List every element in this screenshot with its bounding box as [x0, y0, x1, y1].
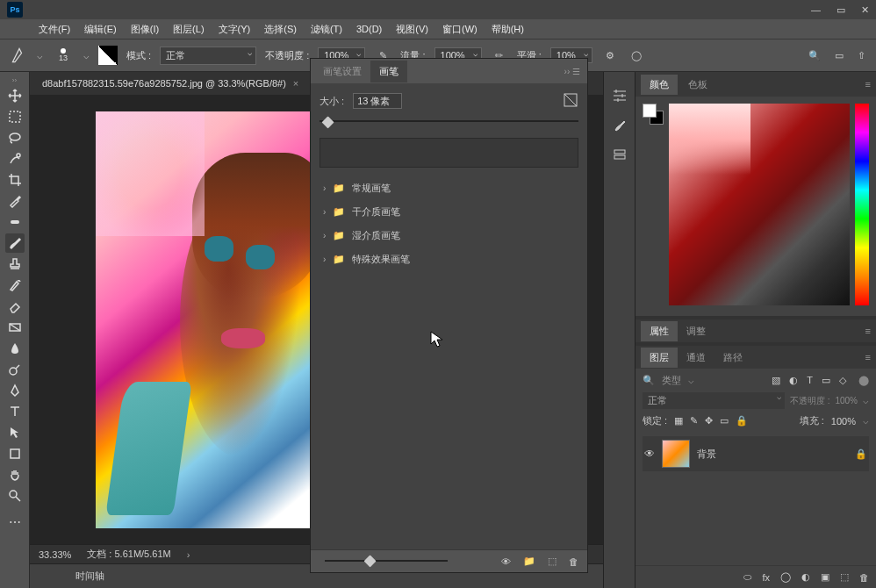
tab-channels[interactable]: 通道 [678, 348, 714, 368]
tab-brush-settings[interactable]: 画笔设置 [314, 61, 370, 82]
fg-bg-swatches[interactable] [643, 104, 664, 125]
filter-smart-icon[interactable]: ◇ [839, 375, 846, 386]
fx-icon[interactable]: fx [762, 572, 770, 583]
history-icon[interactable] [611, 147, 628, 163]
menu-image[interactable]: 图像(I) [126, 21, 164, 38]
menu-edit[interactable]: 编辑(E) [79, 21, 122, 38]
brush-size-input[interactable] [353, 93, 402, 109]
group-icon[interactable]: ▣ [821, 571, 829, 583]
edit-toolbar[interactable]: ⋯ [5, 513, 25, 532]
panel-collapse[interactable]: ›› ☰ [564, 67, 580, 76]
timeline-label[interactable]: 时间轴 [75, 570, 104, 583]
menu-view[interactable]: 视图(V) [391, 21, 434, 38]
brush-preview-slider[interactable] [325, 556, 448, 568]
menu-help[interactable]: 帮助(H) [486, 21, 529, 38]
tab-layers[interactable]: 图层 [641, 348, 678, 368]
fg-color-swatch[interactable] [643, 104, 657, 118]
filter-shape-icon[interactable]: ▭ [822, 375, 830, 386]
doc-info[interactable]: 文档 : 5.61M/5.61M [87, 548, 170, 561]
lock-all-icon[interactable]: 🔒 [736, 415, 748, 427]
workspace-icon[interactable]: ▭ [835, 50, 844, 61]
artwork-canvas[interactable] [96, 111, 337, 528]
hue-slider[interactable] [855, 104, 869, 305]
menu-window[interactable]: 窗口(W) [437, 21, 483, 38]
brush-size-slider[interactable] [320, 117, 578, 129]
crop-tool[interactable] [5, 170, 25, 190]
current-tool-icon[interactable] [11, 47, 28, 64]
fill-value[interactable]: 100% [831, 416, 856, 427]
close-button[interactable]: ✕ [861, 4, 869, 16]
zoom-level[interactable]: 33.33% [39, 549, 71, 560]
tab-paths[interactable]: 路径 [714, 348, 751, 368]
brush-settings-icon[interactable] [611, 88, 628, 104]
brush-tool[interactable] [5, 233, 25, 253]
menu-select[interactable]: 选择(S) [259, 21, 302, 38]
tab-properties[interactable]: 属性 [641, 321, 678, 341]
filter-type-icon[interactable]: T [807, 375, 813, 386]
tab-color[interactable]: 颜色 [641, 75, 678, 95]
link-layers-icon[interactable]: ⬭ [743, 571, 751, 583]
new-layer-icon[interactable]: ⬚ [840, 571, 849, 583]
brush-flip-icon[interactable] [563, 92, 578, 110]
minimize-button[interactable]: — [811, 4, 821, 16]
move-tool[interactable] [5, 86, 25, 105]
document-close[interactable]: × [293, 78, 298, 89]
dodge-tool[interactable] [5, 360, 25, 379]
filter-search-icon[interactable]: 🔍 [643, 375, 655, 386]
hand-tool[interactable] [5, 465, 25, 484]
tab-brushes[interactable]: 画笔 [370, 61, 407, 82]
stamp-tool[interactable] [5, 255, 25, 274]
status-expand[interactable]: › [187, 549, 190, 560]
smooth-options-icon[interactable]: ⚙ [601, 47, 619, 64]
lock-transparency-icon[interactable]: ▦ [674, 415, 683, 427]
tool-preset-dropdown[interactable]: ⌵ [37, 50, 43, 61]
layer-opacity-value[interactable]: 100% [835, 396, 858, 405]
blur-tool[interactable] [5, 339, 25, 358]
menu-filter[interactable]: 滤镜(T) [305, 21, 348, 38]
eyedropper-tool[interactable] [5, 191, 25, 211]
path-select-tool[interactable] [5, 423, 25, 442]
zoom-tool[interactable] [5, 486, 25, 506]
brush-delete-icon[interactable]: 🗑 [569, 556, 578, 567]
layers-panel-menu[interactable]: ≡ [865, 352, 871, 362]
layer-visibility-icon[interactable]: 👁 [644, 448, 655, 460]
tab-swatches[interactable]: 色板 [679, 75, 716, 95]
heal-tool[interactable] [5, 212, 25, 232]
eraser-tool[interactable] [5, 297, 25, 316]
brush-preset-dropdown[interactable]: ⌵ [83, 50, 90, 61]
mask-icon[interactable]: ◯ [780, 571, 791, 583]
tablet-icon[interactable]: ◯ [628, 47, 645, 64]
brush-folder-3[interactable]: ›📁特殊效果画笔 [320, 247, 578, 271]
brush-mode-icon[interactable] [98, 46, 118, 65]
menu-text[interactable]: 文字(Y) [213, 21, 256, 38]
filter-pixel-icon[interactable]: ▧ [772, 375, 780, 386]
brush-folder-1[interactable]: ›📁干介质画笔 [320, 200, 578, 224]
color-field[interactable] [669, 104, 850, 305]
gradient-tool[interactable] [5, 318, 25, 337]
layer-name[interactable]: 背景 [697, 448, 716, 461]
history-brush-tool[interactable] [5, 276, 25, 295]
type-tool[interactable] [5, 402, 25, 421]
menu-layer[interactable]: 图层(L) [168, 21, 209, 38]
layer-thumbnail[interactable] [662, 440, 690, 468]
brush-folder-0[interactable]: ›📁常规画笔 [320, 176, 578, 200]
lock-position-icon[interactable]: ✥ [705, 415, 713, 427]
quick-select-tool[interactable] [5, 149, 25, 169]
shape-tool[interactable] [5, 444, 25, 463]
share-icon[interactable]: ⇧ [858, 50, 865, 61]
brush-new-icon[interactable]: ⬚ [548, 556, 556, 567]
blend-mode-dropdown[interactable]: 正常 [643, 392, 785, 409]
color-panel-menu[interactable]: ≡ [865, 79, 871, 90]
filter-toggle[interactable]: ⬤ [858, 375, 869, 386]
brushes-icon[interactable] [611, 118, 628, 133]
lasso-tool[interactable] [5, 128, 25, 147]
maximize-button[interactable]: ▭ [837, 4, 845, 16]
mode-dropdown[interactable]: 正常 [160, 47, 256, 65]
delete-layer-icon[interactable]: 🗑 [859, 572, 869, 583]
lock-paint-icon[interactable]: ✎ [690, 415, 698, 427]
brush-folder-2[interactable]: ›📁湿介质画笔 [320, 224, 578, 247]
search-icon[interactable]: 🔍 [808, 50, 821, 61]
filter-adjust-icon[interactable]: ◐ [789, 375, 798, 386]
layer-background[interactable]: 👁 背景 🔒 [643, 436, 869, 471]
document-title[interactable]: d8abf157882315.59e76a9285752.jpg @ 33.3%… [42, 78, 286, 89]
